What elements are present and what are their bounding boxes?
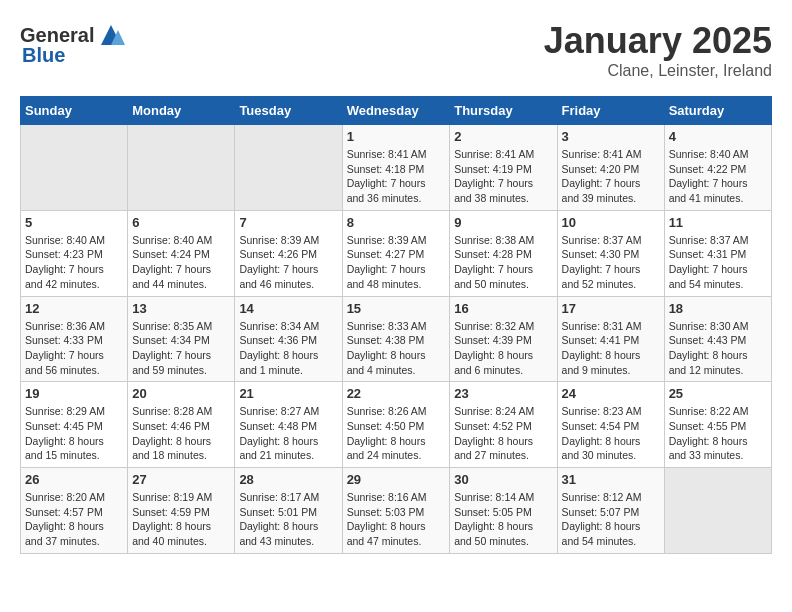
calendar-header-row: SundayMondayTuesdayWednesdayThursdayFrid… [21, 97, 772, 125]
day-info: Sunrise: 8:22 AM Sunset: 4:55 PM Dayligh… [669, 404, 767, 463]
page-header: General Blue January 2025 Clane, Leinste… [20, 20, 772, 80]
day-number: 18 [669, 301, 767, 316]
day-info: Sunrise: 8:27 AM Sunset: 4:48 PM Dayligh… [239, 404, 337, 463]
day-number: 15 [347, 301, 446, 316]
header-sunday: Sunday [21, 97, 128, 125]
calendar-cell: 4Sunrise: 8:40 AM Sunset: 4:22 PM Daylig… [664, 125, 771, 211]
day-number: 11 [669, 215, 767, 230]
day-number: 27 [132, 472, 230, 487]
day-number: 23 [454, 386, 552, 401]
day-number: 2 [454, 129, 552, 144]
calendar-cell: 18Sunrise: 8:30 AM Sunset: 4:43 PM Dayli… [664, 296, 771, 382]
day-info: Sunrise: 8:39 AM Sunset: 4:26 PM Dayligh… [239, 233, 337, 292]
calendar-cell: 19Sunrise: 8:29 AM Sunset: 4:45 PM Dayli… [21, 382, 128, 468]
calendar-cell: 9Sunrise: 8:38 AM Sunset: 4:28 PM Daylig… [450, 210, 557, 296]
day-number: 3 [562, 129, 660, 144]
day-info: Sunrise: 8:26 AM Sunset: 4:50 PM Dayligh… [347, 404, 446, 463]
day-number: 26 [25, 472, 123, 487]
calendar-cell: 26Sunrise: 8:20 AM Sunset: 4:57 PM Dayli… [21, 468, 128, 554]
day-number: 14 [239, 301, 337, 316]
day-info: Sunrise: 8:28 AM Sunset: 4:46 PM Dayligh… [132, 404, 230, 463]
day-info: Sunrise: 8:29 AM Sunset: 4:45 PM Dayligh… [25, 404, 123, 463]
location-subtitle: Clane, Leinster, Ireland [544, 62, 772, 80]
day-number: 9 [454, 215, 552, 230]
calendar-cell: 27Sunrise: 8:19 AM Sunset: 4:59 PM Dayli… [128, 468, 235, 554]
day-number: 19 [25, 386, 123, 401]
day-info: Sunrise: 8:39 AM Sunset: 4:27 PM Dayligh… [347, 233, 446, 292]
day-info: Sunrise: 8:40 AM Sunset: 4:22 PM Dayligh… [669, 147, 767, 206]
day-info: Sunrise: 8:37 AM Sunset: 4:30 PM Dayligh… [562, 233, 660, 292]
day-info: Sunrise: 8:34 AM Sunset: 4:36 PM Dayligh… [239, 319, 337, 378]
day-number: 7 [239, 215, 337, 230]
title-section: January 2025 Clane, Leinster, Ireland [544, 20, 772, 80]
day-number: 28 [239, 472, 337, 487]
calendar-week-5: 26Sunrise: 8:20 AM Sunset: 4:57 PM Dayli… [21, 468, 772, 554]
calendar-cell: 6Sunrise: 8:40 AM Sunset: 4:24 PM Daylig… [128, 210, 235, 296]
header-wednesday: Wednesday [342, 97, 450, 125]
logo-icon [96, 20, 126, 50]
day-info: Sunrise: 8:23 AM Sunset: 4:54 PM Dayligh… [562, 404, 660, 463]
calendar-week-4: 19Sunrise: 8:29 AM Sunset: 4:45 PM Dayli… [21, 382, 772, 468]
calendar-cell: 21Sunrise: 8:27 AM Sunset: 4:48 PM Dayli… [235, 382, 342, 468]
day-number: 22 [347, 386, 446, 401]
day-number: 30 [454, 472, 552, 487]
calendar-cell: 30Sunrise: 8:14 AM Sunset: 5:05 PM Dayli… [450, 468, 557, 554]
calendar-cell [664, 468, 771, 554]
day-number: 31 [562, 472, 660, 487]
calendar-cell: 25Sunrise: 8:22 AM Sunset: 4:55 PM Dayli… [664, 382, 771, 468]
day-number: 13 [132, 301, 230, 316]
calendar-cell: 28Sunrise: 8:17 AM Sunset: 5:01 PM Dayli… [235, 468, 342, 554]
day-number: 17 [562, 301, 660, 316]
day-info: Sunrise: 8:12 AM Sunset: 5:07 PM Dayligh… [562, 490, 660, 549]
header-saturday: Saturday [664, 97, 771, 125]
day-info: Sunrise: 8:37 AM Sunset: 4:31 PM Dayligh… [669, 233, 767, 292]
day-info: Sunrise: 8:30 AM Sunset: 4:43 PM Dayligh… [669, 319, 767, 378]
calendar-cell: 24Sunrise: 8:23 AM Sunset: 4:54 PM Dayli… [557, 382, 664, 468]
day-info: Sunrise: 8:16 AM Sunset: 5:03 PM Dayligh… [347, 490, 446, 549]
month-title: January 2025 [544, 20, 772, 62]
calendar-table: SundayMondayTuesdayWednesdayThursdayFrid… [20, 96, 772, 554]
header-tuesday: Tuesday [235, 97, 342, 125]
calendar-cell: 1Sunrise: 8:41 AM Sunset: 4:18 PM Daylig… [342, 125, 450, 211]
day-number: 4 [669, 129, 767, 144]
calendar-cell: 8Sunrise: 8:39 AM Sunset: 4:27 PM Daylig… [342, 210, 450, 296]
day-info: Sunrise: 8:41 AM Sunset: 4:18 PM Dayligh… [347, 147, 446, 206]
calendar-cell: 17Sunrise: 8:31 AM Sunset: 4:41 PM Dayli… [557, 296, 664, 382]
day-info: Sunrise: 8:20 AM Sunset: 4:57 PM Dayligh… [25, 490, 123, 549]
calendar-cell: 20Sunrise: 8:28 AM Sunset: 4:46 PM Dayli… [128, 382, 235, 468]
calendar-cell: 12Sunrise: 8:36 AM Sunset: 4:33 PM Dayli… [21, 296, 128, 382]
calendar-cell: 15Sunrise: 8:33 AM Sunset: 4:38 PM Dayli… [342, 296, 450, 382]
calendar-cell: 7Sunrise: 8:39 AM Sunset: 4:26 PM Daylig… [235, 210, 342, 296]
day-info: Sunrise: 8:17 AM Sunset: 5:01 PM Dayligh… [239, 490, 337, 549]
day-number: 20 [132, 386, 230, 401]
day-info: Sunrise: 8:33 AM Sunset: 4:38 PM Dayligh… [347, 319, 446, 378]
day-info: Sunrise: 8:14 AM Sunset: 5:05 PM Dayligh… [454, 490, 552, 549]
day-info: Sunrise: 8:40 AM Sunset: 4:23 PM Dayligh… [25, 233, 123, 292]
calendar-cell: 3Sunrise: 8:41 AM Sunset: 4:20 PM Daylig… [557, 125, 664, 211]
day-number: 6 [132, 215, 230, 230]
header-thursday: Thursday [450, 97, 557, 125]
calendar-week-3: 12Sunrise: 8:36 AM Sunset: 4:33 PM Dayli… [21, 296, 772, 382]
calendar-cell: 14Sunrise: 8:34 AM Sunset: 4:36 PM Dayli… [235, 296, 342, 382]
calendar-cell [128, 125, 235, 211]
calendar-week-2: 5Sunrise: 8:40 AM Sunset: 4:23 PM Daylig… [21, 210, 772, 296]
day-number: 10 [562, 215, 660, 230]
day-info: Sunrise: 8:38 AM Sunset: 4:28 PM Dayligh… [454, 233, 552, 292]
day-info: Sunrise: 8:32 AM Sunset: 4:39 PM Dayligh… [454, 319, 552, 378]
day-info: Sunrise: 8:41 AM Sunset: 4:20 PM Dayligh… [562, 147, 660, 206]
day-info: Sunrise: 8:19 AM Sunset: 4:59 PM Dayligh… [132, 490, 230, 549]
calendar-cell: 13Sunrise: 8:35 AM Sunset: 4:34 PM Dayli… [128, 296, 235, 382]
calendar-cell: 29Sunrise: 8:16 AM Sunset: 5:03 PM Dayli… [342, 468, 450, 554]
calendar-week-1: 1Sunrise: 8:41 AM Sunset: 4:18 PM Daylig… [21, 125, 772, 211]
calendar-cell: 5Sunrise: 8:40 AM Sunset: 4:23 PM Daylig… [21, 210, 128, 296]
day-info: Sunrise: 8:24 AM Sunset: 4:52 PM Dayligh… [454, 404, 552, 463]
header-monday: Monday [128, 97, 235, 125]
day-info: Sunrise: 8:31 AM Sunset: 4:41 PM Dayligh… [562, 319, 660, 378]
day-number: 5 [25, 215, 123, 230]
header-friday: Friday [557, 97, 664, 125]
day-number: 8 [347, 215, 446, 230]
day-info: Sunrise: 8:41 AM Sunset: 4:19 PM Dayligh… [454, 147, 552, 206]
calendar-cell: 22Sunrise: 8:26 AM Sunset: 4:50 PM Dayli… [342, 382, 450, 468]
calendar-cell: 11Sunrise: 8:37 AM Sunset: 4:31 PM Dayli… [664, 210, 771, 296]
day-number: 24 [562, 386, 660, 401]
